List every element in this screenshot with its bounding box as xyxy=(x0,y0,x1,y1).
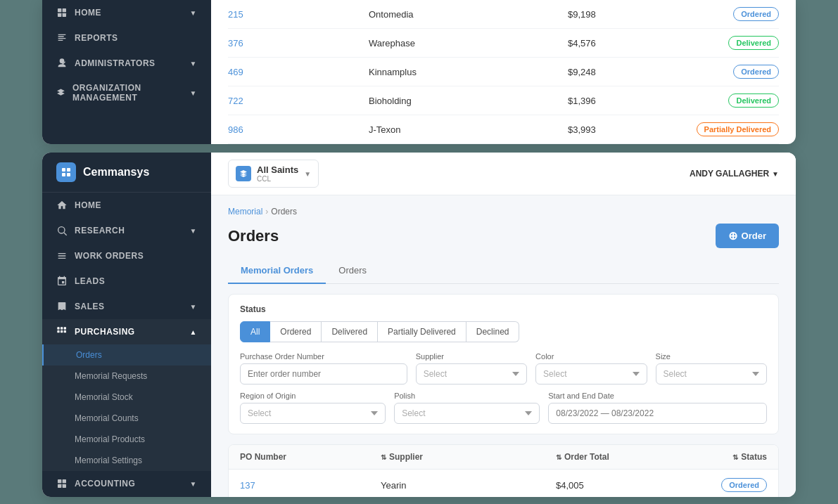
chevron-down-icon: ▼ xyxy=(190,9,197,17)
table-row: 137 Yearin $4,005 Ordered xyxy=(229,470,778,497)
page-title-row: Orders ⊕ Order xyxy=(228,224,779,248)
home-icon xyxy=(56,200,68,211)
table-header: PO Number ⇅ Supplier ⇅ Order Total ⇅ S xyxy=(229,445,778,470)
home-label: HOME xyxy=(75,200,101,210)
top-row-po[interactable]: 986 xyxy=(228,124,369,135)
sidebar-item-work-orders[interactable]: WORK ORDERS xyxy=(42,243,211,269)
sales-chevron: ▼ xyxy=(190,303,197,311)
tab-memorial-orders[interactable]: Memorial Orders xyxy=(228,258,326,284)
accounting-chevron: ▼ xyxy=(190,480,197,488)
th-order-total[interactable]: ⇅ Order Total xyxy=(556,452,668,462)
tab-orders[interactable]: Orders xyxy=(326,258,379,284)
top-row-supplier: Ontomedia xyxy=(369,9,568,20)
top-table-row: 376 Warephase $4,576 Delivered xyxy=(228,29,779,58)
polish-select[interactable]: Select xyxy=(394,403,540,424)
polish-label: Polish xyxy=(394,392,540,400)
status-btn-all[interactable]: All xyxy=(240,321,270,342)
date-label: Start and End Date xyxy=(548,392,767,400)
sidebar-item-leads[interactable]: LEADS xyxy=(42,269,211,294)
svg-point-8 xyxy=(58,227,65,233)
color-select[interactable]: Select xyxy=(535,363,647,385)
chevron-down-icon-org: ▼ xyxy=(190,89,197,97)
svg-rect-10 xyxy=(57,327,59,329)
svg-rect-15 xyxy=(64,330,66,332)
chevron-down-icon-admins: ▼ xyxy=(190,60,197,67)
sidebar-item-reports[interactable]: REPORTS xyxy=(42,25,211,51)
org-name: All Saints xyxy=(257,164,298,175)
sidebar-item-sales[interactable]: SALES ▼ xyxy=(42,294,211,319)
sidebar-item-administrators[interactable]: ADMINISTRATORS ▼ xyxy=(42,51,211,76)
order-button[interactable]: ⊕ Order xyxy=(716,224,779,248)
size-select[interactable]: Select xyxy=(656,363,767,385)
sidebar-subitem-memorial-counts[interactable]: Memorial Counts xyxy=(42,408,211,429)
table-container: PO Number ⇅ Supplier ⇅ Order Total ⇅ S xyxy=(228,444,779,497)
filter-color: Color Select xyxy=(535,352,647,385)
leads-icon xyxy=(56,276,68,287)
svg-rect-2 xyxy=(58,13,61,17)
content-body: Memorial › Orders Orders ⊕ Order Memoria… xyxy=(211,195,796,497)
top-row-po[interactable]: 469 xyxy=(228,67,369,77)
status-btn-delivered[interactable]: Delivered xyxy=(322,321,378,342)
sales-label: SALES xyxy=(75,302,105,311)
breadcrumb-parent[interactable]: Memorial xyxy=(228,207,262,217)
th-status[interactable]: ⇅ Status xyxy=(668,452,767,462)
filter-row-2: Region of Origin Select Polish Select xyxy=(240,392,767,424)
research-icon xyxy=(56,225,68,236)
sidebar: Cemmansys HOME RESEARCH ▼ WORK ORDERS xyxy=(42,153,211,497)
status-btn-ordered[interactable]: Ordered xyxy=(270,321,322,342)
purchasing-chevron: ▲ xyxy=(190,328,197,336)
top-row-po[interactable]: 215 xyxy=(228,9,369,20)
region-select[interactable]: Select xyxy=(240,403,386,424)
sidebar-subitem-orders[interactable]: Orders xyxy=(42,344,211,366)
top-row-status: Ordered xyxy=(680,7,779,21)
sidebar-item-accounting-bottom[interactable]: ACCOUNTING ▼ xyxy=(42,471,211,496)
svg-rect-1 xyxy=(63,8,66,12)
work-orders-icon xyxy=(56,250,68,261)
top-row-po[interactable]: 722 xyxy=(228,96,369,106)
status-btn-partially-delivered[interactable]: Partially Delivered xyxy=(378,321,466,342)
sidebar-item-org-management[interactable]: ORGANIZATION MANAGEMENT ▼ xyxy=(42,76,211,110)
row-status: Ordered xyxy=(668,478,767,492)
user-chevron: ▼ xyxy=(772,170,779,178)
top-row-supplier: J-Texon xyxy=(369,124,568,135)
sidebar-item-home[interactable]: HOME xyxy=(42,193,211,218)
sidebar-item-purchasing[interactable]: PURCHASING ▲ xyxy=(42,319,211,344)
sidebar-item-accounting[interactable]: HOME ▼ xyxy=(42,0,211,25)
po-input[interactable] xyxy=(240,363,407,385)
sidebar-subitem-memorial-requests[interactable]: Memorial Requests xyxy=(42,366,211,387)
sidebar-item-reports-bottom[interactable]: REPORTS xyxy=(42,496,211,497)
breadcrumb-separator: › xyxy=(265,207,268,217)
top-table-row: 469 Kinnamplus $9,248 Ordered xyxy=(228,58,779,86)
org-icon xyxy=(236,166,251,181)
th-po-number: PO Number xyxy=(240,452,381,462)
svg-rect-14 xyxy=(61,330,63,332)
sidebar-item-research[interactable]: RESEARCH ▼ xyxy=(42,218,211,243)
top-row-amount: $9,198 xyxy=(568,9,680,20)
top-row-po[interactable]: 376 xyxy=(228,38,369,49)
th-supplier[interactable]: ⇅ Supplier xyxy=(381,452,556,462)
user-info[interactable]: ANDY GALLAGHER ▼ xyxy=(690,169,779,179)
sidebar-subitem-memorial-stock[interactable]: Memorial Stock xyxy=(42,387,211,408)
svg-rect-13 xyxy=(57,330,59,332)
supplier-label: Supplier xyxy=(416,352,527,361)
svg-rect-0 xyxy=(58,8,61,12)
breadcrumb-current: Orders xyxy=(271,207,297,217)
org-chevron: ▼ xyxy=(304,170,311,178)
sort-status-icon: ⇅ xyxy=(732,453,738,461)
org-label: ORGANIZATION MANAGEMENT xyxy=(72,83,183,103)
row-po[interactable]: 137 xyxy=(240,480,381,491)
svg-rect-17 xyxy=(63,479,66,483)
status-btn-declined[interactable]: Declined xyxy=(466,321,520,342)
sidebar-subitem-memorial-settings[interactable]: Memorial Settings xyxy=(42,450,211,471)
size-label: Size xyxy=(656,352,767,361)
date-input[interactable] xyxy=(548,403,767,424)
filter-po: Purchase Order Number xyxy=(240,352,407,385)
accounting-icon xyxy=(56,7,68,18)
sidebar-subitem-memorial-products[interactable]: Memorial Products xyxy=(42,429,211,450)
supplier-select[interactable]: Select xyxy=(416,363,527,385)
svg-rect-5 xyxy=(67,168,70,172)
org-selector[interactable]: All Saints CCL ▼ xyxy=(228,160,319,188)
filter-polish: Polish Select xyxy=(394,392,540,424)
top-table-row: 215 Ontomedia $9,198 Ordered xyxy=(228,0,779,29)
sales-icon xyxy=(56,301,68,312)
